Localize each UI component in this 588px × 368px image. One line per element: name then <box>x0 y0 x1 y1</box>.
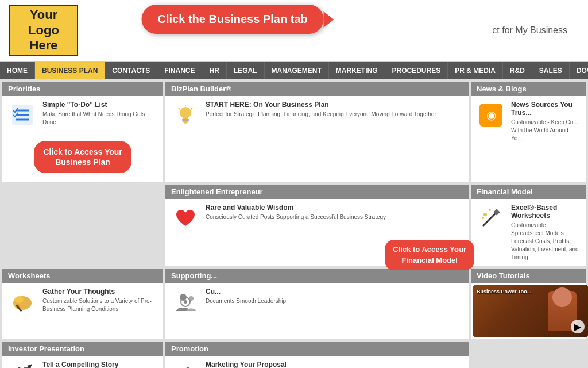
rss-icon: ◉ <box>477 101 505 129</box>
tooltip-text: Click the Business Plan tab <box>158 13 308 25</box>
svg-point-4 <box>180 107 191 118</box>
play-button-icon[interactable]: ▶ <box>571 320 585 334</box>
svg-line-8 <box>179 108 180 109</box>
checklist-icon <box>8 101 37 129</box>
supporting-title: Cu... <box>206 288 463 296</box>
financial-header: Financial Model <box>471 185 586 199</box>
nav-procedures[interactable]: PROCEDURES <box>385 62 448 79</box>
logo-text: Your Logo Here <box>28 7 59 53</box>
supporting-header: Supporting... <box>165 269 469 283</box>
enlightened-header: Enlightened Entrepreneur <box>165 185 469 199</box>
news-section: News & Blogs ◉ News Sources You Trus... … <box>471 82 586 182</box>
bizplan-section: BizPlan Builder® START HERE: On Your Bus… <box>165 82 469 182</box>
promotion-section: Promotion Marketing Your Proposal Promot… <box>165 342 469 368</box>
nav-hr[interactable]: HR <box>202 62 226 79</box>
priorities-desc: Make Sure that What Needs Doing Gets Don… <box>42 110 157 126</box>
bizplan-header: BizPlan Builder® <box>165 82 469 96</box>
financial-title: Excel®-Based Worksheets <box>511 204 580 220</box>
supporting-text: Cu... Documents Smooth Leadership <box>206 288 463 305</box>
priorities-header: Priorities <box>2 82 163 96</box>
promotion-header: Promotion <box>165 342 469 356</box>
worksheets-desc: Customizable Solutions to a Variety of P… <box>42 297 157 313</box>
content-row-2: Enlightened Entrepreneur Rare and Valuab… <box>0 185 588 269</box>
news-title: News Sources You Trus... <box>511 101 580 117</box>
financial-desc: Customizable Spreadsheet Models Forecast… <box>511 221 580 262</box>
priorities-section: Priorities Simple "To-Do" List Make Sure… <box>2 82 163 182</box>
video-thumbnail[interactable]: Business Power Too... ▶ <box>473 285 588 337</box>
financial-text: Excel®-Based Worksheets Customizable Spr… <box>511 204 580 262</box>
bizplan-body: START HERE: On Your Business Plan Perfec… <box>165 96 469 134</box>
priorities-text: Simple "To-Do" List Make Sure that What … <box>42 101 157 126</box>
nav-finance[interactable]: FINANCE <box>157 62 202 79</box>
investor-body: Tell a Compelling Story A Good "Pitch" R… <box>2 356 163 368</box>
svg-point-22 <box>184 300 187 304</box>
content-row-1: Priorities Simple "To-Do" List Make Sure… <box>0 79 588 185</box>
nav-downloads[interactable]: DOWNLOADS <box>570 62 588 79</box>
bizplan-title: START HERE: On Your Business Plan <box>206 101 463 109</box>
megaphone-icon <box>171 361 200 368</box>
investor-header: Investor Presentation <box>2 342 163 356</box>
chart-arrow-icon <box>8 361 37 368</box>
heart-icon <box>171 204 200 232</box>
video-section: Video Tutorials Business Power Too... ▶ <box>471 269 586 339</box>
news-text: News Sources You Trus... Customizable - … <box>511 101 580 143</box>
priorities-annotation: Click to Access Your Business Plan <box>2 134 163 182</box>
financial-click-bubble: Click to Access Your Financial Model <box>385 240 474 270</box>
nav-marketing[interactable]: MARKETING <box>329 62 385 79</box>
video-header: Video Tutorials <box>471 269 586 283</box>
wand-icon <box>477 204 505 232</box>
enlightened-title: Rare and Valuable Wisdom <box>206 204 463 212</box>
financial-body: Excel®-Based Worksheets Customizable Spr… <box>471 199 586 266</box>
nav-bar: HOME BUSINESS PLAN CONTACTS FINANCE HR L… <box>0 62 588 79</box>
enlightened-body: Rare and Valuable Wisdom Consciously Cur… <box>165 199 469 237</box>
investor-title: Tell a Compelling Story <box>42 361 157 368</box>
worksheets-title: Gather Your Thoughts <box>42 288 157 296</box>
row4-right-spacer <box>471 342 586 368</box>
nav-management[interactable]: MANAGEMENT <box>265 62 329 79</box>
investor-text: Tell a Compelling Story A Good "Pitch" R… <box>42 361 157 368</box>
palette-icon <box>8 288 37 316</box>
bizplan-text: START HERE: On Your Business Plan Perfec… <box>206 101 463 118</box>
supporting-desc: Documents Smooth Leadership <box>206 297 463 305</box>
news-body: ◉ News Sources You Trus... Customizable … <box>471 96 586 147</box>
news-desc: Customizable - Keep Cu... With the World… <box>511 118 580 143</box>
priorities-click-bubble: Click to Access Your Business Plan <box>34 141 131 173</box>
nav-legal[interactable]: LEGAL <box>227 62 265 79</box>
promotion-body: Marketing Your Proposal Promote Your Bus… <box>165 356 469 368</box>
enlightened-text: Rare and Valuable Wisdom Consciously Cur… <box>206 204 463 221</box>
investor-section: Investor Presentation Tell a Compelling … <box>2 342 163 368</box>
worksheets-section: Worksheets Gather Your Thoughts Customiz… <box>2 269 163 339</box>
svg-point-12 <box>483 213 487 216</box>
nav-sales[interactable]: SALES <box>532 62 570 79</box>
promotion-title: Marketing Your Proposal <box>206 361 463 368</box>
nav-rd[interactable]: R&D <box>503 62 532 79</box>
gear-people-icon <box>171 288 200 316</box>
priorities-body: Simple "To-Do" List Make Sure that What … <box>2 96 163 134</box>
bulb-icon <box>171 101 200 129</box>
bizplan-desc: Perfect for Strategic Planning, Financin… <box>206 110 463 118</box>
svg-point-14 <box>482 217 484 219</box>
nav-contacts[interactable]: CONTACTS <box>105 62 157 79</box>
row2-left-spacer <box>2 185 163 266</box>
news-header: News & Blogs <box>471 82 586 96</box>
content-row-3: Worksheets Gather Your Thoughts Customiz… <box>0 269 588 342</box>
nav-home[interactable]: HOME <box>0 62 35 79</box>
video-label: Business Power Too... <box>477 289 531 294</box>
content-row-4: Investor Presentation Tell a Compelling … <box>0 342 588 368</box>
nav-business-plan[interactable]: BUSINESS PLAN <box>35 62 105 79</box>
enlightened-desc: Consciously Curated Posts Supporting a S… <box>206 213 463 221</box>
worksheets-text: Gather Your Thoughts Customizable Soluti… <box>42 288 157 313</box>
header: Your Logo Here Click the Business Plan t… <box>0 0 588 62</box>
worksheets-header: Worksheets <box>2 269 163 283</box>
supporting-body: Cu... Documents Smooth Leadership <box>165 283 469 321</box>
logo: Your Logo Here <box>9 5 78 56</box>
svg-line-9 <box>191 108 192 109</box>
nav-pr-media[interactable]: PR & MEDIA <box>448 62 503 79</box>
svg-point-13 <box>489 209 491 211</box>
financial-section: Financial Model Excel®-Based Worksheets … <box>471 185 586 266</box>
supporting-section: Supporting... Cu... Documents Smooth Lea… <box>165 269 469 339</box>
tooltip-bubble: Click the Business Plan tab <box>142 5 324 34</box>
priorities-title: Simple "To-Do" List <box>42 101 157 109</box>
promotion-text: Marketing Your Proposal Promote Your Bus… <box>206 361 463 368</box>
svg-point-16 <box>14 296 24 303</box>
